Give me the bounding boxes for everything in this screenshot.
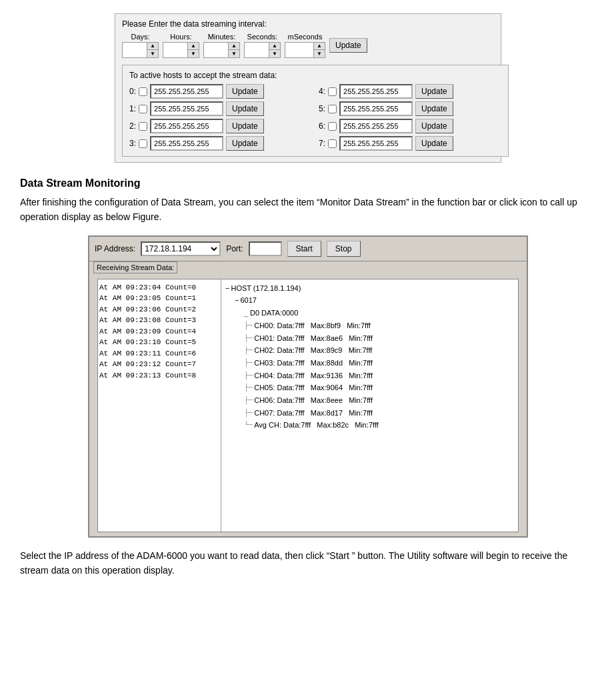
- log-entry: At AM 09:23:11 Count=6: [99, 348, 219, 360]
- host-id-2: 2:: [129, 121, 136, 131]
- hours-label: Hours:: [170, 33, 191, 41]
- seconds-down-btn[interactable]: ▼: [269, 50, 280, 57]
- ch-label-7: CH07: Data:7fff Max:8d17 Min:7fff: [254, 407, 373, 420]
- log-entry: At AM 09:23:09 Count=4: [99, 326, 219, 337]
- host-row-0: 0: Update: [129, 84, 312, 99]
- host-update-btn-0[interactable]: Update: [226, 84, 264, 99]
- log-entry: At AM 09:23:12 Count=7: [99, 359, 219, 370]
- log-entry: At AM 09:23:04 Count=0: [99, 282, 219, 293]
- mseconds-input[interactable]: 100: [285, 43, 313, 57]
- host-check-1[interactable]: [139, 105, 147, 113]
- host-ip-5[interactable]: [339, 101, 413, 116]
- channel-tree: ├─CH00: Data:7fff Max:8bf9 Min:7fff├─CH0…: [244, 319, 514, 432]
- host-update-btn-7[interactable]: Update: [415, 136, 453, 151]
- host-update-btn-2[interactable]: Update: [226, 119, 264, 133]
- host-update-btn-3[interactable]: Update: [226, 136, 264, 151]
- host-check-7[interactable]: [328, 139, 337, 148]
- host-check-2[interactable]: [139, 122, 147, 131]
- minutes-label: Minutes:: [208, 33, 236, 41]
- ch-label-6: CH06: Data:7fff Max:8eee Min:7fff: [254, 394, 373, 407]
- stream-section: Receiving Stream Data: At AM 09:23:04 Co…: [93, 261, 523, 532]
- tree-pane: − HOST (172.18.1.194) − 6017 ⎯ D0 DATA:0…: [221, 279, 518, 532]
- minutes-field: Minutes: 0 ▲ ▼: [203, 33, 240, 58]
- host-row-7: 7: Update: [319, 136, 501, 151]
- host-update-btn-4[interactable]: Update: [415, 84, 453, 99]
- interval-label: Please Enter the data streaming interval…: [122, 19, 494, 29]
- days-spin-btns: ▲ ▼: [147, 43, 158, 57]
- module-label: 6017: [240, 294, 256, 307]
- ch-label-1: CH01: Data:7fff Max:8ae6 Min:7fff: [254, 332, 373, 345]
- log-entry: At AM 09:23:13 Count=8: [99, 370, 219, 382]
- stop-button[interactable]: Stop: [327, 241, 361, 257]
- ip-address-label: IP Address:: [95, 244, 135, 253]
- minutes-up-btn[interactable]: ▲: [229, 43, 239, 50]
- channel-node-1: ├─CH01: Data:7fff Max:8ae6 Min:7fff: [244, 332, 514, 345]
- channel-node-2: ├─CH02: Data:7fff Max:89c9 Min:7fff: [244, 344, 514, 357]
- days-spin[interactable]: 0 ▲ ▼: [122, 42, 159, 58]
- host-ip-4[interactable]: [339, 84, 413, 99]
- days-input[interactable]: 0: [123, 43, 147, 57]
- host-ip-7[interactable]: [339, 136, 413, 151]
- log-list[interactable]: At AM 09:23:04 Count=0At AM 09:23:05 Cou…: [99, 281, 219, 383]
- log-entry: At AM 09:23:08 Count=3: [99, 315, 219, 326]
- channel-node-4: ├─CH04: Data:7fff Max:9136 Min:7fff: [244, 370, 514, 382]
- seconds-spin[interactable]: 0 ▲ ▼: [244, 42, 281, 58]
- host-ip-3[interactable]: [150, 136, 223, 151]
- minutes-input[interactable]: 0: [204, 43, 228, 57]
- minutes-spin[interactable]: 0 ▲ ▼: [203, 42, 240, 58]
- stream-label: Receiving Stream Data:: [93, 261, 177, 273]
- host-ip-6[interactable]: [339, 119, 413, 133]
- section-heading: Data Stream Monitoring: [20, 177, 596, 189]
- host-row-1: 1: Update: [129, 101, 312, 116]
- ip-address-select[interactable]: 172.18.1.194: [141, 241, 221, 256]
- bottom-text: Select the IP address of the ADAM-6000 y…: [20, 548, 596, 578]
- hours-up-btn[interactable]: ▲: [188, 43, 199, 50]
- expand-icon: −: [225, 282, 229, 295]
- host-id-7: 7:: [319, 139, 325, 148]
- mseconds-label: mSeconds: [288, 33, 323, 41]
- seconds-input[interactable]: 0: [245, 43, 269, 57]
- host-check-3[interactable]: [139, 139, 147, 148]
- minutes-down-btn[interactable]: ▼: [229, 50, 239, 57]
- mseconds-up-btn[interactable]: ▲: [314, 43, 325, 50]
- mseconds-spin[interactable]: 100 ▲ ▼: [285, 42, 325, 58]
- ch-label-8: Avg CH: Data:7fff Max:b82c Min:7fff: [254, 419, 379, 432]
- connector-ch-5: ├─: [244, 382, 253, 394]
- seconds-field: Seconds: 0 ▲ ▼: [244, 33, 281, 58]
- hours-down-btn[interactable]: ▼: [188, 50, 199, 57]
- host-check-0[interactable]: [139, 87, 147, 96]
- interval-update-btn[interactable]: Update: [329, 38, 367, 53]
- host-ip-0[interactable]: [150, 84, 223, 99]
- host-check-6[interactable]: [328, 122, 337, 131]
- mseconds-spin-btns: ▲ ▼: [313, 43, 325, 57]
- host-check-5[interactable]: [328, 105, 337, 113]
- days-up-btn[interactable]: ▲: [147, 43, 158, 50]
- days-down-btn[interactable]: ▼: [147, 50, 158, 57]
- log-pane: At AM 09:23:04 Count=0At AM 09:23:05 Cou…: [98, 279, 221, 532]
- channel-node-8: └─Avg CH: Data:7fff Max:b82c Min:7fff: [244, 419, 514, 432]
- port-input[interactable]: 5168: [249, 241, 282, 256]
- host-check-4[interactable]: [328, 87, 337, 96]
- do-data-node: ⎯ D0 DATA:0000: [244, 307, 514, 319]
- module-children: − 6017 ⎯ D0 DATA:0000 ├─CH00: Data:7fff …: [235, 294, 514, 432]
- monitor-toolbar: IP Address: 172.18.1.194 Port: 5168 Star…: [89, 237, 527, 261]
- hosts-label: To active hosts to accept the stream dat…: [129, 71, 501, 80]
- hours-input[interactable]: 0: [163, 43, 187, 57]
- host-ip-1[interactable]: [150, 101, 223, 116]
- log-entry: At AM 09:23:10 Count=5: [99, 337, 219, 348]
- hours-spin-btns: ▲ ▼: [187, 43, 199, 57]
- host-id-5: 5:: [319, 104, 325, 113]
- host-update-btn-5[interactable]: Update: [415, 101, 453, 116]
- connector-ch-1: ├─: [244, 332, 253, 345]
- mseconds-down-btn[interactable]: ▼: [314, 50, 325, 57]
- seconds-up-btn[interactable]: ▲: [269, 43, 280, 50]
- start-button[interactable]: Start: [287, 241, 321, 257]
- hours-spin[interactable]: 0 ▲ ▼: [163, 42, 199, 58]
- host-update-btn-6[interactable]: Update: [415, 119, 453, 133]
- log-entry: At AM 09:23:06 Count=2: [99, 304, 219, 315]
- host-ip-2[interactable]: [150, 119, 223, 133]
- host-update-btn-1[interactable]: Update: [226, 101, 264, 116]
- channel-node-6: ├─CH06: Data:7fff Max:8eee Min:7fff: [244, 394, 514, 407]
- hosts-grid: 0: Update 4: Update 1: Update 5:: [129, 84, 501, 151]
- channel-node-7: ├─CH07: Data:7fff Max:8d17 Min:7fff: [244, 407, 514, 420]
